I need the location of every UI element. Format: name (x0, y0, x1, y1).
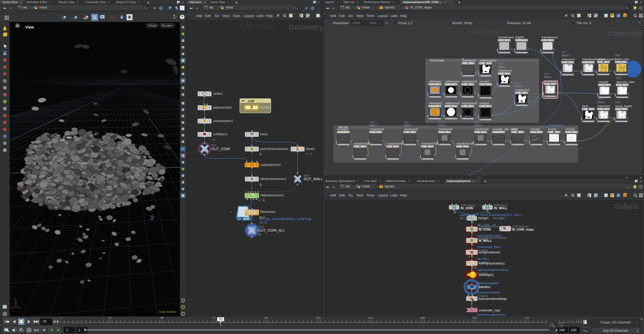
svg-text:M_WALL: M_WALL (479, 239, 492, 243)
svg-text:pointsfromvolume1: pointsfromvolume1 (260, 147, 289, 151)
svg-text:120: 120 (316, 317, 320, 319)
svg-text:M_COIN: M_COIN (479, 228, 491, 231)
svg-text:maximum5: maximum5 (439, 128, 453, 131)
svg-text:fractalnoise1: fractalnoise1 (498, 36, 514, 39)
svg-text:remap1: remap1 (566, 128, 575, 131)
svg-text:assignmaterial1: assignmaterial1 (479, 251, 500, 254)
svg-text:edgedetect1: edgedetect1 (462, 80, 477, 83)
svg-text:transform2d4: transform2d4 (457, 142, 473, 145)
svg-text:blur2: blur2 (512, 128, 518, 131)
svg-text:karmaphysicalsky1: karmaphysicalsky1 (479, 262, 505, 265)
svg-text:144: 144 (368, 317, 373, 319)
svg-text:Null: Null (615, 101, 620, 104)
svg-text:filecache1: filecache1 (260, 210, 275, 214)
svg-text:maximum2: maximum2 (516, 88, 529, 91)
svg-text:Geometry: Geometry (289, 23, 322, 31)
svg-text:Copernicus: Copernicus (608, 29, 644, 37)
svg-text:usion1: usion1 (597, 58, 606, 61)
svg-text:Indie Edition: Indie Edition (240, 23, 275, 30)
svg-text:uvautoseam1: uvautoseam1 (213, 119, 233, 123)
svg-text:/lights/domelight1: /lights/domelight1 (477, 282, 499, 285)
svg-text:remap6: remap6 (599, 80, 608, 83)
svg-text:/Render/rendersettings: /Render/rendersettings (477, 313, 506, 316)
svg-text:216: 216 (525, 317, 529, 319)
svg-text:maximum3: maximum3 (370, 128, 384, 131)
svg-text:bright1: bright1 (516, 36, 524, 39)
svg-text:Blend: Blend (404, 124, 411, 127)
svg-text:maximum1: maximum1 (498, 69, 512, 72)
svg-text:Indie Edition: Indie Edition (159, 310, 176, 314)
svg-text:/cameras/camera1: /cameras/camera1 (477, 291, 500, 294)
svg-text:OUT_COIN: OUT_COIN (211, 147, 230, 151)
svg-text:08_cop_stone.filecache1_v1.$F4: 08_cop_stone.filecache1_v1.$F4.bg (260, 217, 311, 221)
svg-text:IN_WALL: IN_WALL (494, 206, 508, 210)
svg-text:max: max (544, 72, 550, 75)
svg-text:lopnet1: lopnet1 (260, 105, 271, 109)
svg-text:usdrender_rop1: usdrender_rop1 (479, 309, 501, 312)
svg-text:box2: box2 (260, 132, 268, 136)
svg-text:max: max (404, 120, 409, 123)
svg-text:uv: uv (213, 138, 216, 141)
svg-text:Null: Null (616, 77, 621, 80)
svg-text:View: View (25, 25, 34, 29)
svg-text:Blend: Blend (498, 65, 505, 68)
svg-text:x: x (11, 306, 12, 309)
svg-text:specular_color: specular_color (616, 80, 635, 83)
svg-text:Blend: Blend (562, 54, 569, 57)
svg-text:Blend: Blend (370, 124, 377, 127)
svg-text:/IN_WALL: /IN_WALL (477, 257, 490, 260)
svg-text:/materials/M_WALL: /materials/M_WALL (477, 245, 502, 249)
svg-text:sopimport1: sopimport1 (462, 59, 476, 62)
svg-text:fractalnoise2: fractalnoise2 (542, 36, 558, 39)
svg-text:min: min (562, 51, 566, 54)
svg-text:transform2d1: transform2d1 (354, 142, 371, 145)
svg-text:24: 24 (108, 317, 111, 319)
svg-text:y: y (14, 298, 16, 300)
svg-text:minimum2: minimum2 (562, 58, 575, 61)
svg-text:min: min (597, 97, 602, 100)
svg-text:edgedetect2: edgedetect2 (462, 102, 477, 105)
svg-text:/IN_COIN: /IN_COIN (460, 217, 472, 220)
svg-text:minimum1: minimum1 (597, 104, 611, 108)
svg-text:transform2d2: transform2d2 (387, 142, 403, 145)
svg-text:merge1: merge1 (478, 216, 489, 220)
svg-text:75: 75 (219, 318, 223, 321)
svg-text:wrangle1: wrangle1 (337, 128, 349, 131)
svg-text:M_COIN_maps: M_COIN_maps (512, 228, 534, 231)
svg-text:rbdbulletsolver2: rbdbulletsolver2 (260, 193, 284, 197)
svg-text:z: z (20, 306, 21, 308)
svg-text:max: max (516, 81, 521, 84)
svg-text:sdftomono2: sdftomono2 (445, 102, 460, 105)
svg-text:Persp: Persp (148, 24, 156, 27)
svg-text:96: 96 (265, 317, 268, 319)
svg-text:max: max (439, 120, 444, 123)
svg-text:sdfshape1: sdfshape1 (429, 80, 442, 83)
svg-text:Null: Null (211, 144, 217, 147)
svg-text:uvflatten1: uvflatten1 (213, 132, 227, 136)
svg-text:168: 168 (420, 317, 425, 319)
svg-text:OUT_COIN_ALL: OUT_COIN_ALL (258, 228, 285, 232)
svg-text:Null: Null (615, 54, 620, 57)
svg-text:IN_COIN: IN_COIN (461, 206, 473, 210)
svg-text:Front Shape: Front Shape (430, 59, 444, 62)
svg-text:polyextrude1: polyextrude1 (213, 106, 232, 109)
svg-text:sdfshape2: sdfshape2 (429, 102, 442, 105)
svg-text:▼: ▼ (156, 24, 158, 27)
svg-text:attribnoisevector1: attribnoisevector1 (260, 177, 287, 181)
svg-text:camera1: camera1 (479, 285, 491, 289)
svg-text:Blend: Blend (597, 101, 604, 104)
svg-text:transform2d3: transform2d3 (421, 142, 438, 145)
svg-text:1: 1 (60, 317, 62, 319)
svg-text:max: max (498, 62, 504, 65)
svg-text:bump_height: bump_height (615, 104, 632, 108)
svg-text:blur1: blur1 (582, 104, 588, 108)
svg-text:No cam: No cam (162, 24, 171, 27)
svg-text:/lights/karmaphysicalsky1: /lights/karmaphysicalsky1 (477, 268, 509, 271)
svg-text:COP: COP (248, 100, 254, 103)
svg-text:karmarendersettings: karmarendersettings (479, 297, 507, 301)
svg-text:Blend: Blend (544, 75, 551, 79)
svg-text:blast2: blast2 (306, 147, 315, 151)
svg-text:circle1: circle1 (213, 92, 223, 96)
svg-text:remap3: remap3 (480, 80, 489, 83)
svg-text:192: 192 (472, 317, 477, 319)
